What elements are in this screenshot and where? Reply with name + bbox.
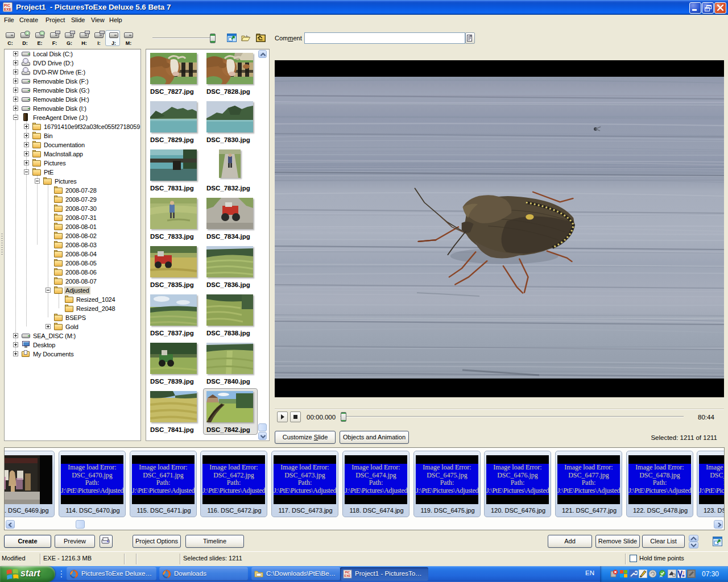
svg-text:2: 2 [682,570,685,575]
svg-text:EXE: EXE [345,574,351,577]
